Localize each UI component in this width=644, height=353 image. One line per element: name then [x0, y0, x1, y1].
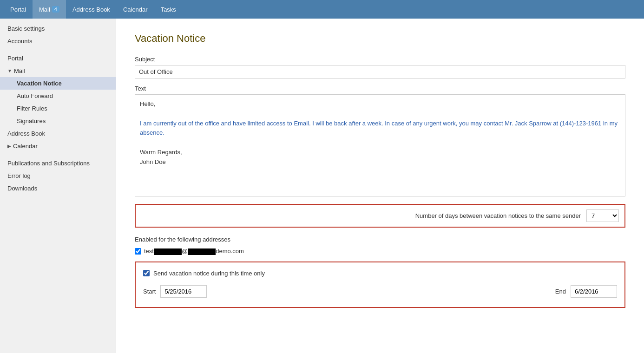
sidebar-item-basic-settings[interactable]: Basic settings — [0, 22, 116, 35]
subject-input[interactable] — [135, 65, 625, 78]
end-date-group: End — [555, 285, 617, 298]
days-select[interactable]: 7 1 3 14 30 — [586, 209, 619, 222]
nav-calendar[interactable]: Calendar — [117, 0, 154, 19]
start-date-input[interactable] — [160, 285, 207, 298]
address-row: test @ demo.com — [135, 248, 625, 255]
nav-calendar-label: Calendar — [123, 6, 148, 13]
text-body: I am currently out of the office and hav… — [140, 120, 618, 137]
text-regards: Warm Regards,John Doe — [140, 149, 182, 165]
time-checkbox[interactable] — [143, 270, 150, 276]
nav-portal-label: Portal — [10, 6, 26, 13]
redacted-2 — [188, 248, 216, 255]
text-hello: Hello, — [140, 100, 155, 107]
nav-address-book-label: Address Book — [72, 6, 110, 13]
time-check-row: Send vacation notice during this time on… — [143, 270, 617, 277]
sidebar-item-error-log[interactable]: Error log — [0, 170, 116, 182]
sidebar-item-filter-rules[interactable]: Filter Rules — [0, 102, 116, 115]
nav-tasks[interactable]: Tasks — [154, 0, 183, 19]
mail-badge: 4 — [52, 6, 59, 13]
page-title: Vacation Notice — [135, 33, 625, 45]
top-navigation: Portal Mail 4 Address Book Calendar Task… — [0, 0, 644, 19]
sidebar-separator-1 — [0, 47, 116, 52]
address-checkbox[interactable] — [135, 248, 141, 255]
days-label: Number of days between vacation notices … — [415, 212, 581, 219]
sidebar-item-vacation-notice[interactable]: Vacation Notice — [0, 77, 116, 90]
sidebar-item-downloads[interactable]: Downloads — [0, 182, 116, 195]
message-body[interactable]: Hello, I am currently out of the office … — [135, 94, 625, 196]
sidebar-item-mail[interactable]: ▼ Mail — [0, 65, 116, 77]
sidebar-item-accounts[interactable]: Accounts — [0, 35, 116, 47]
time-section: Send vacation notice during this time on… — [135, 261, 625, 308]
sidebar-item-address-book[interactable]: Address Book — [0, 127, 116, 140]
subject-label: Subject — [135, 56, 625, 63]
nav-address-book[interactable]: Address Book — [66, 0, 117, 19]
sidebar-item-calendar[interactable]: ▶ Calendar — [0, 140, 116, 152]
main-content: Vacation Notice Subject Text Hello, I am… — [116, 19, 644, 353]
end-date-input[interactable] — [571, 285, 617, 298]
mail-expand-icon: ▼ — [7, 68, 12, 73]
sidebar-item-auto-forward[interactable]: Auto Forward — [0, 90, 116, 102]
text-label: Text — [135, 85, 625, 92]
sidebar: Basic settings Accounts Portal ▼ Mail Va… — [0, 19, 116, 353]
nav-mail-label: Mail — [39, 6, 50, 13]
sidebar-item-portal[interactable]: Portal — [0, 52, 116, 65]
days-between-row: Number of days between vacation notices … — [135, 204, 625, 228]
calendar-expand-icon: ▶ — [7, 144, 11, 149]
sidebar-item-signatures[interactable]: Signatures — [0, 115, 116, 127]
address-text: test @ demo.com — [144, 248, 244, 255]
end-label: End — [555, 288, 566, 295]
time-check-label: Send vacation notice during this time on… — [153, 270, 265, 277]
redacted-1 — [154, 248, 182, 255]
addresses-label: Enabled for the following addresses — [135, 236, 625, 243]
start-label: Start — [143, 288, 156, 295]
sidebar-separator-2 — [0, 152, 116, 157]
nav-portal[interactable]: Portal — [4, 0, 33, 19]
date-row: Start End — [143, 285, 617, 298]
sidebar-item-publications[interactable]: Publications and Subscriptions — [0, 157, 116, 170]
nav-tasks-label: Tasks — [161, 6, 176, 13]
nav-mail[interactable]: Mail 4 — [33, 0, 66, 19]
